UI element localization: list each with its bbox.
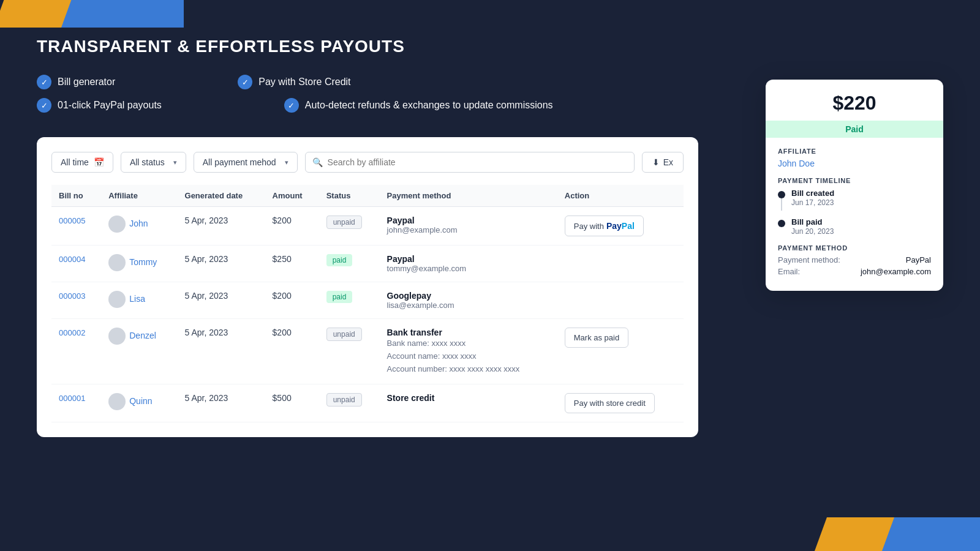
feature-bill-generator: ✓ Bill generator: [37, 75, 115, 89]
chevron-down-icon-method: ▾: [285, 159, 288, 167]
status-badge-1: paid: [326, 254, 353, 266]
cell-method-1: Paypal tommy@example.com: [380, 246, 557, 282]
bill-link-3[interactable]: 000002: [59, 328, 85, 337]
cell-status-0: unpaid: [319, 207, 380, 246]
chevron-down-icon-status: ▾: [173, 159, 177, 167]
cell-action-0: Pay with PayPal: [557, 207, 684, 246]
table-header-row: Bill no Affiliate Generated date Amount …: [51, 185, 684, 207]
method-filter-label: All payment mehod: [203, 157, 276, 167]
export-label: Ex: [663, 157, 673, 167]
filters-row: All time 📅 All status ▾ All payment meho…: [51, 152, 684, 173]
cell-amount-0: $200: [265, 207, 319, 246]
method-email-0: john@example.com: [387, 225, 550, 234]
cell-date-2: 5 Apr, 2023: [178, 282, 265, 319]
status-badge-3: unpaid: [326, 328, 362, 341]
calendar-icon: 📅: [94, 157, 104, 167]
table-row: 000003Lisa5 Apr, 2023$200paid Googlepay …: [51, 282, 684, 319]
cell-affiliate-2: Lisa: [101, 282, 177, 319]
affiliate-name-1: Tommy: [129, 257, 157, 267]
cell-date-1: 5 Apr, 2023: [178, 246, 265, 282]
method-account-name-3: Account name: xxxx xxxx: [387, 350, 550, 363]
detail-affiliate-name: John Doe: [778, 159, 931, 168]
search-icon: 🔍: [312, 157, 323, 167]
bill-link-1[interactable]: 000004: [59, 255, 85, 264]
timeline-section-label: PAYMENT TIMELINE: [778, 177, 931, 184]
status-badge-2: paid: [326, 291, 353, 303]
status-badge-0: unpaid: [326, 216, 362, 229]
feature-label-1: Bill generator: [58, 77, 115, 88]
affiliate-name-3: Denzel: [129, 331, 156, 340]
feature-auto-detect: ✓ Auto-detect refunds & exchanges to upd…: [284, 98, 553, 113]
cell-date-3: 5 Apr, 2023: [178, 319, 265, 384]
cell-status-2: paid: [319, 282, 380, 319]
cell-amount-2: $200: [265, 282, 319, 319]
cell-date-0: 5 Apr, 2023: [178, 207, 265, 246]
status-filter-label: All status: [130, 157, 165, 167]
feature-label-4: Auto-detect refunds & exchanges to updat…: [305, 100, 553, 111]
cell-action-2: [557, 282, 684, 319]
mark-paid-button-3[interactable]: Mark as paid: [565, 328, 628, 348]
affiliate-name-2: Lisa: [129, 294, 145, 304]
cell-bill-no-4: 000001: [51, 384, 101, 422]
payment-section-label: PAYMENT METHOD: [778, 244, 931, 252]
cell-bill-no-3: 000002: [51, 319, 101, 384]
cell-affiliate-0: John: [101, 207, 177, 246]
feature-label-2: Pay with Store Credit: [258, 77, 350, 88]
search-wrapper: 🔍: [305, 152, 635, 173]
col-header-amount: Amount: [265, 185, 319, 207]
payment-timeline: Bill created Jun 17, 2023 Bill paid Jun …: [778, 189, 931, 236]
email-label: Email:: [778, 267, 800, 276]
payment-method-label: Payment method:: [778, 255, 840, 264]
avatar-1: [108, 254, 126, 271]
email-row: Email: john@example.com: [778, 267, 931, 276]
check-icon-1: ✓: [37, 75, 51, 89]
timeline-label-paid: Bill paid: [791, 218, 834, 226]
timeline-dot-paid: [778, 220, 785, 227]
cell-action-1: [557, 246, 684, 282]
status-filter[interactable]: All status ▾: [121, 152, 186, 173]
method-name-1: Paypal: [387, 254, 550, 264]
cell-status-3: unpaid: [319, 319, 380, 384]
table-row: 000002Denzel5 Apr, 2023$200unpaid Bank t…: [51, 319, 684, 384]
cell-method-2: Googlepay lisa@example.com: [380, 282, 557, 319]
bills-table: Bill no Affiliate Generated date Amount …: [51, 185, 684, 422]
paypal-button-0[interactable]: Pay with PayPal: [565, 216, 644, 236]
time-filter[interactable]: All time 📅: [51, 152, 113, 173]
table-row: 000004Tommy5 Apr, 2023$250paid Paypal to…: [51, 246, 684, 282]
bill-link-2[interactable]: 000003: [59, 291, 85, 301]
check-icon-3: ✓: [37, 98, 51, 113]
table-panel: All time 📅 All status ▾ All payment meho…: [37, 137, 698, 437]
col-header-date: Generated date: [178, 185, 265, 207]
cell-amount-4: $500: [265, 384, 319, 422]
check-icon-4: ✓: [284, 98, 299, 113]
cell-affiliate-4: Quinn: [101, 384, 177, 422]
detail-status-bar: Paid: [766, 121, 943, 138]
export-button[interactable]: ⬇ Ex: [642, 152, 684, 173]
col-header-bill-no: Bill no: [51, 185, 101, 207]
avatar-4: [108, 393, 126, 410]
timeline-date-paid: Jun 20, 2023: [791, 227, 834, 236]
store-credit-button-4[interactable]: Pay with store credit: [565, 393, 655, 413]
search-input[interactable]: [305, 152, 635, 173]
cell-action-4: Pay with store credit: [557, 384, 684, 422]
method-name-2: Googlepay: [387, 291, 550, 301]
avatar-0: [108, 216, 126, 233]
cell-method-3: Bank transfer Bank name: xxxx xxxx Accou…: [380, 319, 557, 384]
cell-status-4: unpaid: [319, 384, 380, 422]
method-email-2: lisa@example.com: [387, 301, 550, 310]
pay-label: Pay with: [574, 222, 604, 231]
detail-panel: $220 Paid AFFILIATE John Doe PAYMENT TIM…: [766, 80, 943, 291]
method-filter[interactable]: All payment mehod ▾: [194, 152, 298, 173]
bill-link-4[interactable]: 000001: [59, 394, 85, 403]
detail-amount: $220: [766, 80, 943, 121]
bill-link-0[interactable]: 000005: [59, 216, 85, 225]
cell-bill-no-0: 000005: [51, 207, 101, 246]
cell-method-4: Store credit: [380, 384, 557, 422]
method-account-number-3: Account number: xxxx xxxx xxxx xxxx: [387, 363, 550, 376]
method-bank-3: Bank name: xxxx xxxx: [387, 337, 550, 350]
cell-amount-1: $250: [265, 246, 319, 282]
col-header-affiliate: Affiliate: [101, 185, 177, 207]
feature-paypal: ✓ 01-click PayPal payouts: [37, 98, 162, 113]
timeline-label-created: Bill created: [791, 189, 834, 197]
cell-bill-no-1: 000004: [51, 246, 101, 282]
